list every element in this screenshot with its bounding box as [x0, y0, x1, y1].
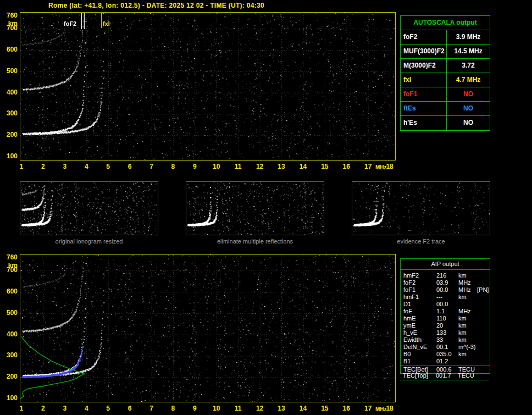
autoscala-table-title: AUTOSCALA output [401, 16, 490, 30]
fof2-marker-label: foF2 [64, 20, 76, 27]
thumbnail-caption-2: eliminate multiple reflections [186, 238, 324, 245]
autoscala-row-label: ftEs [401, 102, 447, 116]
aip-unit [458, 301, 477, 308]
aip-row: h_vE133km [401, 329, 490, 336]
aip-row: hmF2216km [401, 272, 490, 279]
x-axis-tick-label: 15 [319, 405, 330, 412]
autoscala-row-label: fxI [401, 73, 447, 87]
autoscala-row-value: NO [447, 116, 490, 130]
y-axis-tick-label: 500 [2, 68, 18, 75]
aip-row: foF100.0MHz[PN] [401, 286, 490, 294]
x-axis-tick-label: 10 [211, 405, 222, 412]
aip-tec-top-row: TEC[Top]001.7TECU [400, 372, 489, 380]
y-axis-tick-label: 500 [2, 309, 18, 317]
autoscala-window: Rome (lat: +41.8, lon: 012.5) - DATE: 20… [0, 0, 532, 415]
aip-label: hmF2 [403, 272, 436, 279]
x-axis-tick-label: 11 [232, 163, 243, 170]
autoscala-row-value: NO [447, 102, 490, 116]
aip-extra [477, 344, 490, 351]
aip-extra [476, 372, 489, 379]
aip-value: 133 [436, 329, 458, 336]
x-axis-tick-label: 10 [211, 163, 222, 170]
aip-label: B0 [403, 351, 436, 358]
aip-unit: MHz [458, 308, 477, 315]
aip-row: D100.0 [401, 301, 490, 308]
aip-unit: km [458, 315, 477, 322]
y-axis-tick-label: 300 [2, 110, 18, 117]
x-axis-tick-label: 2 [37, 163, 48, 170]
y-axis-tick-label: 700 [2, 267, 18, 274]
autoscala-row-value: 14.5 MHz [447, 45, 490, 59]
x-axis-tick-label: 9 [189, 405, 200, 412]
aip-value: 00.0 [436, 286, 458, 294]
aip-label: foE [403, 308, 436, 315]
x-axis-tick-label: 13 [276, 405, 287, 412]
thumbnail-evidence-f2-trace [352, 181, 490, 235]
x-axis-tick-label: 12 [254, 405, 265, 412]
x-axis-tick-label: 1 [16, 405, 27, 412]
aip-row: Ewidth33km [401, 336, 490, 344]
x-axis-tick-label: 12 [254, 163, 265, 170]
x-axis-tick-label: 4 [81, 405, 92, 412]
thumbnail-original-ionogram [20, 181, 158, 235]
y-axis-tick-label: 400 [2, 331, 18, 338]
aip-unit: km [458, 351, 477, 358]
x-axis-tick-label: 14 [297, 405, 308, 412]
aip-label: D1 [403, 301, 436, 308]
aip-value: --- [436, 294, 458, 301]
x-axis-tick-label: 18 [384, 163, 395, 170]
aip-label: hmF1 [403, 294, 436, 301]
aip-extra [477, 358, 490, 365]
aip-value: 03.9 [436, 279, 458, 286]
aip-row: B101.2 [401, 358, 490, 365]
aip-panel-title: AIP output [401, 259, 490, 270]
aip-label: Ewidth [403, 336, 436, 344]
aip-label: h_vE [403, 329, 436, 336]
x-axis-tick-label: 5 [103, 405, 114, 412]
aip-label: foF2 [403, 279, 436, 286]
x-axis-tick-label: 16 [341, 163, 352, 170]
ionogram-plot-top [20, 12, 396, 161]
aip-label: foF1 [403, 286, 436, 294]
thumbnail-caption-1: original ionogram resized [20, 238, 158, 245]
aip-unit: MHz [458, 286, 477, 294]
autoscala-row-label: M(3000)F2 [401, 59, 447, 73]
thumbnail-eliminate-reflections [186, 181, 324, 235]
aip-unit: km [458, 272, 477, 279]
aip-unit: MHz [458, 279, 477, 286]
y-axis-tick-label: 700 [2, 25, 18, 32]
aip-row: ymE20km [401, 322, 490, 329]
x-axis-tick-label: 18 [384, 405, 395, 412]
autoscala-row-label: foF2 [401, 30, 447, 45]
x-axis-tick-label: 17 [363, 163, 374, 170]
aip-value: 00.1 [436, 344, 458, 351]
autoscala-row-label: h'Es [401, 116, 447, 130]
aip-value: 216 [436, 272, 458, 279]
aip-row: B0035.0km [401, 351, 490, 358]
aip-row: foF203.9MHz [401, 279, 490, 286]
x-axis-tick-label: 9 [189, 163, 200, 170]
aip-unit: TECU [458, 372, 476, 379]
aip-label: B1 [403, 358, 436, 365]
aip-value: 20 [436, 322, 458, 329]
aip-unit: km [458, 294, 477, 301]
y-axis-tick-label: 600 [2, 288, 18, 295]
x-axis-tick-label: 4 [81, 163, 92, 170]
aip-value: 33 [436, 336, 458, 344]
aip-row: TEC[Top]001.7TECU [400, 372, 489, 379]
autoscala-row-label: MUF(3000)F2 [401, 45, 447, 59]
aip-extra [477, 315, 490, 322]
aip-unit: km [458, 322, 477, 329]
aip-unit: m^(-3) [458, 344, 477, 351]
autoscala-output-table: AUTOSCALA output foF23.9 MHzMUF(3000)F21… [400, 15, 490, 131]
aip-extra [477, 279, 490, 286]
x-axis-tick-label: 2 [37, 405, 48, 412]
ionogram-plot-bottom-with-profile [20, 254, 396, 402]
autoscala-row-value: 4.7 MHz [447, 73, 490, 87]
x-axis-tick-label: 6 [124, 163, 135, 170]
x-axis-tick-label: 3 [59, 163, 70, 170]
aip-label: TEC[Top] [403, 372, 436, 379]
x-axis-tick-label: 5 [103, 163, 114, 170]
aip-row: DelN_vE00.1m^(-3) [401, 344, 490, 351]
aip-row: hmE110km [401, 315, 490, 322]
